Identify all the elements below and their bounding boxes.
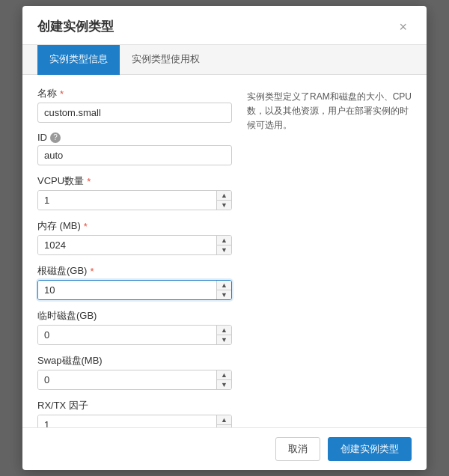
tab-info[interactable]: 实例类型信息: [37, 45, 120, 75]
temp-disk-label: 临时磁盘(GB): [37, 309, 232, 323]
root-disk-spinner-buttons: ▲ ▼: [216, 281, 231, 299]
cancel-button[interactable]: 取消: [275, 437, 320, 461]
swap-disk-spinner: ▲ ▼: [37, 370, 232, 390]
vcpu-group: VCPU数量 * ▲ ▼: [37, 174, 232, 210]
temp-disk-input[interactable]: [38, 326, 216, 344]
name-required: *: [60, 88, 64, 100]
swap-disk-increment-button[interactable]: ▲: [217, 370, 231, 380]
id-help-icon[interactable]: ?: [50, 132, 61, 143]
info-section: 实例类型定义了RAM和磁盘的大小、CPU数，以及其他资源，用户在部署实例的时候可…: [247, 87, 412, 415]
name-label: 名称 *: [37, 87, 232, 100]
vcpu-increment-button[interactable]: ▲: [217, 191, 231, 201]
name-input[interactable]: [37, 103, 232, 123]
info-text: 实例类型定义了RAM和磁盘的大小、CPU数，以及其他资源，用户在部署实例的时候可…: [247, 90, 412, 133]
id-input[interactable]: [37, 145, 232, 165]
create-flavor-modal: 创建实例类型 × 实例类型信息 实例类型使用权 名称 *: [22, 6, 427, 470]
swap-disk-spinner-buttons: ▲ ▼: [216, 370, 231, 389]
swap-disk-input[interactable]: [38, 370, 216, 389]
memory-required: *: [84, 221, 88, 232]
swap-disk-label: Swap磁盘(MB): [37, 354, 232, 367]
memory-spinner: ▲ ▼: [37, 235, 232, 255]
memory-increment-button[interactable]: ▲: [217, 236, 231, 245]
form-section: 名称 * ID ? VCPU数量 *: [37, 87, 232, 415]
name-group: 名称 *: [37, 87, 232, 123]
root-disk-required: *: [90, 266, 94, 277]
root-disk-group: 根磁盘(GB) * ▲ ▼: [37, 264, 232, 300]
memory-decrement-button[interactable]: ▼: [217, 245, 231, 254]
rxtx-increment-button[interactable]: ▲: [217, 415, 231, 425]
root-disk-spinner: ▲ ▼: [37, 280, 232, 300]
modal-body: 名称 * ID ? VCPU数量 *: [22, 75, 427, 427]
swap-disk-decrement-button[interactable]: ▼: [217, 380, 231, 389]
rxtx-group: RX/TX 因子 ▲ ▼: [37, 399, 232, 427]
vcpu-decrement-button[interactable]: ▼: [217, 201, 231, 210]
temp-disk-decrement-button[interactable]: ▼: [217, 335, 231, 344]
root-disk-label: 根磁盘(GB) *: [37, 264, 232, 278]
rxtx-input[interactable]: [38, 415, 216, 427]
rxtx-spinner-buttons: ▲ ▼: [216, 415, 231, 427]
memory-label: 内存 (MB) *: [37, 219, 232, 233]
memory-group: 内存 (MB) * ▲ ▼: [37, 219, 232, 255]
root-disk-increment-button[interactable]: ▲: [217, 281, 231, 290]
vcpu-spinner: ▲ ▼: [37, 190, 232, 210]
submit-button[interactable]: 创建实例类型: [328, 437, 412, 461]
modal-overlay: 创建实例类型 × 实例类型信息 实例类型使用权 名称 *: [0, 0, 449, 476]
tab-access[interactable]: 实例类型使用权: [120, 45, 212, 75]
id-label: ID ?: [37, 132, 232, 143]
vcpu-input[interactable]: [38, 191, 216, 210]
tab-bar: 实例类型信息 实例类型使用权: [22, 45, 427, 75]
rxtx-label: RX/TX 因子: [37, 399, 232, 412]
rxtx-spinner: ▲ ▼: [37, 415, 232, 427]
temp-disk-spinner: ▲ ▼: [37, 325, 232, 345]
vcpu-label: VCPU数量 *: [37, 174, 232, 188]
memory-spinner-buttons: ▲ ▼: [216, 236, 231, 254]
temp-disk-spinner-buttons: ▲ ▼: [216, 326, 231, 344]
modal-footer: 取消 创建实例类型: [22, 427, 427, 470]
vcpu-required: *: [87, 176, 91, 187]
root-disk-decrement-button[interactable]: ▼: [217, 290, 231, 299]
vcpu-spinner-buttons: ▲ ▼: [216, 191, 231, 210]
id-group: ID ?: [37, 132, 232, 165]
memory-input[interactable]: [38, 236, 216, 254]
swap-disk-group: Swap磁盘(MB) ▲ ▼: [37, 354, 232, 390]
root-disk-input[interactable]: [38, 281, 216, 299]
close-button[interactable]: ×: [394, 19, 412, 35]
temp-disk-increment-button[interactable]: ▲: [217, 326, 231, 335]
modal-title: 创建实例类型: [37, 18, 114, 35]
modal-header: 创建实例类型 ×: [22, 6, 427, 45]
temp-disk-group: 临时磁盘(GB) ▲ ▼: [37, 309, 232, 345]
